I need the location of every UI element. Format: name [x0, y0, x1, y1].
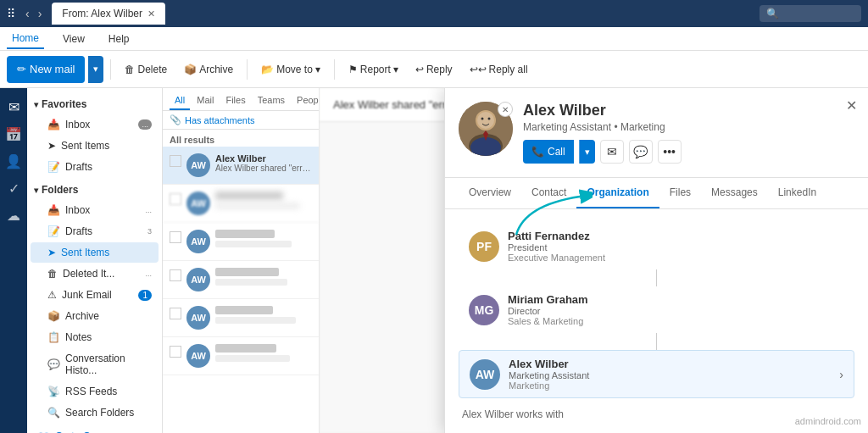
sidebar-item-rss[interactable]: 📡 RSS Feeds [31, 381, 159, 402]
folders-header[interactable]: ▾ Folders [27, 180, 162, 199]
org-person-alex[interactable]: AW Alex Wilber Marketing Assistant Marke… [459, 350, 854, 398]
chat-action-button[interactable]: 💬 [629, 140, 653, 164]
archive2-icon: 📦 [47, 310, 60, 322]
remove-photo-button[interactable]: ✕ [498, 102, 513, 117]
title-bar: ⠿ ‹ › From: Alex Wilber ✕ 🔍 [0, 0, 868, 27]
delete-button[interactable]: 🗑 Delete [118, 56, 174, 83]
sidebar-item-drafts-fav[interactable]: 📝 Drafts [31, 157, 159, 177]
archive-button[interactable]: 📦 Archive [177, 56, 240, 83]
more-action-button[interactable]: ••• [658, 140, 682, 164]
result-checkbox-0[interactable] [170, 155, 181, 167]
search-result-4[interactable]: AW [163, 299, 319, 337]
profile-info: Alex Wilber Marketing Assistant • Market… [523, 102, 854, 164]
result-name-5 [215, 344, 276, 353]
toolbar-separator-1 [110, 59, 111, 80]
nav-tasks-icon[interactable]: ✓ [2, 176, 25, 200]
search-result-2[interactable]: AW [163, 223, 319, 261]
reply-button[interactable]: ↩ Reply [409, 56, 459, 83]
colleague-grady[interactable]: GA Grady Archie Designer [459, 427, 586, 433]
call-button[interactable]: 📞 Call [523, 140, 574, 164]
menu-view[interactable]: View [58, 30, 90, 48]
nav-calendar-icon[interactable]: 📅 [2, 122, 25, 146]
result-checkbox-1[interactable] [170, 193, 181, 205]
org-person-miriam[interactable]: MG Miriam Graham Director Sales & Market… [459, 286, 854, 333]
favorites-header[interactable]: ▾ Favorites [27, 95, 162, 114]
nav-onedrive-icon[interactable]: ☁ [2, 203, 25, 227]
tab-linkedin[interactable]: LinkedIn [768, 178, 826, 208]
menu-home[interactable]: Home [7, 29, 44, 49]
sidebar-item-inbox[interactable]: 📥 Inbox ... [31, 200, 159, 220]
sent2-icon: ➤ [47, 247, 56, 258]
searchfolder-icon: 🔍 [47, 407, 60, 419]
call-dropdown-button[interactable]: ▾ [579, 140, 595, 164]
tab-mail[interactable]: Mail [192, 92, 219, 110]
back-button[interactable]: ‹ [22, 5, 33, 22]
menu-help[interactable]: Help [103, 30, 135, 48]
apps-icon[interactable]: ⠿ [7, 7, 15, 20]
sidebar-item-deleted[interactable]: 🗑 Deleted It... ... [31, 264, 159, 284]
org-avatar-miriam: MG [469, 295, 499, 325]
folders-section: ▾ Folders 📥 Inbox ... 📝 Drafts 3 ➤ [27, 180, 162, 423]
result-checkbox-4[interactable] [170, 308, 181, 319]
search-result-5[interactable]: AW [163, 337, 319, 375]
tab-messages[interactable]: Messages [701, 178, 768, 208]
colleague-isaiah[interactable]: IL Isaiah Langer Sales Rep [727, 427, 854, 433]
sidebar-item-archive[interactable]: 📦 Archive [31, 306, 159, 326]
report-dropdown-icon: ▾ [393, 64, 398, 75]
result-checkbox-3[interactable] [170, 269, 181, 281]
sidebar-item-drafts[interactable]: 📝 Drafts 3 [31, 221, 159, 241]
email-action-button[interactable]: ✉ [600, 140, 624, 164]
org-info-patti: Patti Fernandez President Executive Mana… [508, 230, 844, 263]
move-to-button[interactable]: 📂 Move to ▾ [254, 56, 327, 83]
profile-avatar-wrap: ✕ [459, 102, 513, 156]
tab-overview[interactable]: Overview [459, 178, 521, 208]
alex-role: Marketing Assistant [509, 370, 831, 380]
inbox-fav-badge: ... [138, 119, 152, 130]
org-info-miriam: Miriam Graham Director Sales & Marketing [508, 293, 844, 326]
go-to-groups-link[interactable]: 👥 Go to Groups [31, 426, 159, 433]
patti-name: Patti Fernandez [508, 230, 844, 242]
colleague-diego[interactable]: DS Diego Siciliani HR Manager [593, 427, 720, 433]
tab-files[interactable]: Files [659, 178, 701, 208]
search-result-3[interactable]: AW [163, 261, 319, 299]
sidebar-item-junk[interactable]: ⚠ Junk Email 1 [31, 285, 159, 305]
search-result-0[interactable]: AW Alex Wilber Alex Wilber shared "error… [163, 147, 319, 185]
tab-teams[interactable]: Teams [253, 92, 290, 110]
nav-mail-icon[interactable]: ✉ [2, 95, 25, 119]
new-mail-dropdown[interactable]: ▾ [88, 56, 103, 83]
reply-all-icon: ↩↩ [470, 64, 487, 75]
org-person-patti[interactable]: PF Patti Fernandez President Executive M… [459, 223, 854, 269]
org-connector-2 [459, 333, 854, 350]
sidebar-item-convhist[interactable]: 💬 Conversation Histo... [31, 348, 159, 380]
result-checkbox-5[interactable] [170, 346, 181, 358]
result-avatar-5: AW [186, 344, 210, 368]
search-result-1[interactable]: AW [163, 185, 319, 223]
tab-from-alex[interactable]: From: Alex Wilber ✕ [52, 3, 165, 25]
tab-files[interactable]: Files [220, 92, 250, 110]
sidebar-item-sent-fav[interactable]: ➤ Sent Items [31, 136, 159, 156]
sidebar-item-notes[interactable]: 📋 Notes [31, 327, 159, 347]
sidebar-item-search-folders[interactable]: 🔍 Search Folders [31, 402, 159, 423]
result-checkbox-2[interactable] [170, 231, 181, 243]
search-bar[interactable]: 🔍 [760, 5, 861, 22]
sidebar-item-sent[interactable]: ➤ Sent Items [31, 242, 159, 263]
profile-close-button[interactable]: ✕ [841, 95, 861, 115]
result-preview-1 [215, 203, 300, 209]
forward-button[interactable]: › [35, 5, 46, 22]
sidebar-item-inbox-fav[interactable]: 📥 Inbox ... [31, 114, 159, 135]
has-attachments-filter[interactable]: 📎 Has attachments [163, 111, 319, 130]
tab-organization[interactable]: Organization [576, 178, 659, 208]
nav-contacts-icon[interactable]: 👤 [2, 149, 25, 173]
alex-expand-icon[interactable]: › [839, 368, 843, 381]
reply-all-button[interactable]: ↩↩ Reply all [463, 56, 535, 83]
tab-close-icon[interactable]: ✕ [147, 8, 155, 19]
svg-point-6 [481, 118, 484, 120]
report-button[interactable]: ⚑ Report ▾ [342, 56, 405, 83]
tab-contact[interactable]: Contact [521, 178, 576, 208]
tab-all[interactable]: All [170, 92, 190, 110]
profile-header: ✕ Alex Wilber Marketing Assistant • Mark… [445, 88, 868, 178]
new-mail-button[interactable]: ✏ New mail [7, 56, 85, 83]
tab-people[interactable]: People [292, 92, 319, 110]
result-avatar-4: AW [186, 306, 210, 330]
results-label: All results [163, 130, 319, 147]
